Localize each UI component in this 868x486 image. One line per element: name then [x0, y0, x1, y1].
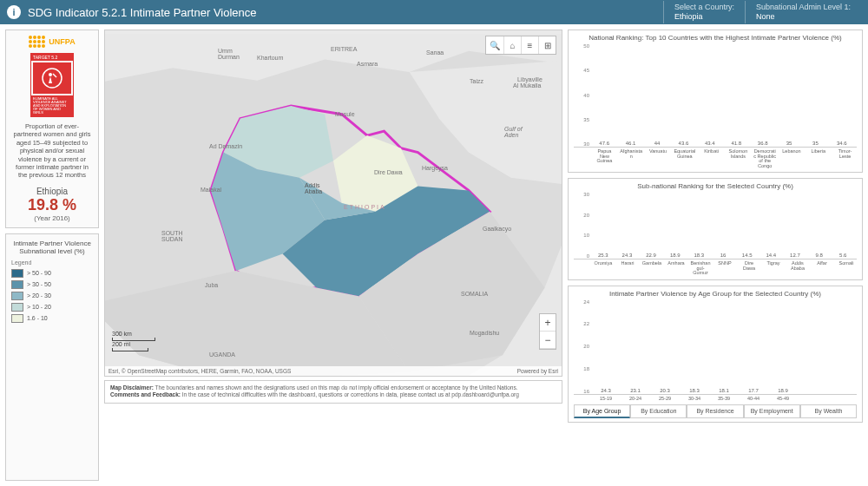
indicator-description: Proportion of ever-partnered women and g… — [11, 122, 93, 180]
scale-bar: 300 km 200 mi — [112, 331, 155, 351]
bar[interactable]: 43.4 — [699, 141, 721, 147]
map[interactable]: UmmDurman Khartoum ERITREA Asmara Sanaa … — [104, 30, 562, 377]
selected-country-name: Ethiopia — [11, 187, 93, 196]
bar[interactable]: 22.9 — [641, 253, 661, 259]
bar[interactable]: 24.3 — [593, 388, 619, 394]
info-panel: UNFPA TARGET 5.2 ELIMINATE ALL VIOLENCE … — [5, 30, 99, 228]
legend-item: > 20 - 30 — [11, 292, 93, 300]
svg-point-1 — [49, 73, 52, 76]
chart-tabs: By Age GroupBy EducationBy ResidenceBy E… — [574, 404, 857, 418]
map-canvas[interactable] — [105, 30, 562, 376]
legend-item: > 30 - 50 — [11, 280, 93, 289]
country-selector-value: Ethiopia — [674, 12, 734, 22]
admin-selector-label: Subnational Admin Level 1: — [756, 3, 851, 12]
national-ranking-chart: National Ranking: Top 10 Countries with … — [568, 30, 863, 173]
legend-icon[interactable]: ≡ — [521, 36, 538, 54]
layers-icon[interactable]: ⊞ — [538, 36, 556, 54]
tab-by-education[interactable]: By Education — [630, 405, 687, 418]
zoom-control: + − — [539, 313, 556, 350]
unfpa-logo: UNFPA — [11, 36, 93, 48]
page-title: SDG Indicator 5.2.1 Intimate Partner Vio… — [28, 6, 663, 19]
legend-panel: Intimate Partner Violence Subnational le… — [5, 233, 99, 481]
bar[interactable]: 16 — [713, 253, 733, 259]
legend-items: > 50 - 90> 30 - 50> 20 - 30> 10 - 201.6 … — [11, 269, 93, 323]
legend-item: 1.6 - 10 — [11, 314, 93, 323]
legend-item: > 50 - 90 — [11, 269, 93, 278]
bar[interactable]: 17.7 — [740, 388, 766, 394]
search-icon[interactable]: 🔍 — [486, 36, 503, 54]
country-selector[interactable]: Select a Country: Ethiopia — [663, 1, 745, 23]
bar[interactable]: 44 — [646, 141, 668, 147]
selected-country-year: (Year 2016) — [11, 214, 93, 222]
app-header: i SDG Indicator 5.2.1 Intimate Partner V… — [0, 0, 868, 24]
bar[interactable]: 18.3 — [681, 388, 707, 394]
bar[interactable]: 14.4 — [760, 253, 781, 259]
age-group-chart: Intimate Partner Violence by Age Group f… — [568, 286, 863, 424]
bar[interactable]: 18.9 — [770, 388, 796, 394]
bar[interactable]: 23.1 — [622, 388, 648, 394]
bar[interactable]: 12.7 — [785, 253, 806, 259]
disclaimer: Map Disclaimer: The boundaries and names… — [104, 380, 562, 404]
admin-selector[interactable]: Subnational Admin Level 1: None — [745, 1, 861, 23]
bar[interactable]: 35 — [778, 141, 800, 147]
bar[interactable]: 18.9 — [665, 253, 686, 259]
zoom-out-button[interactable]: − — [540, 332, 556, 349]
bar[interactable]: 20.3 — [652, 388, 678, 394]
home-icon[interactable]: ⌂ — [503, 36, 521, 54]
bar[interactable]: 18.3 — [689, 253, 710, 259]
bar[interactable]: 9.8 — [809, 253, 830, 259]
tab-by-employment[interactable]: By Employment — [744, 405, 800, 418]
tab-by-age-group[interactable]: By Age Group — [574, 405, 630, 418]
bar[interactable]: 24.3 — [617, 253, 638, 259]
bar[interactable]: 25.3 — [593, 253, 614, 259]
svg-point-0 — [43, 69, 62, 88]
legend-title: Intimate Partner Violence Subnational le… — [11, 240, 93, 256]
bar[interactable]: 41.8 — [725, 141, 747, 147]
tab-by-residence[interactable]: By Residence — [687, 405, 743, 418]
admin-selector-value: None — [756, 12, 851, 22]
legend-subtitle: Legend — [11, 259, 93, 266]
bar[interactable]: 35 — [804, 141, 826, 147]
map-attribution: Esri, © OpenStreetMap contributors, HERE… — [105, 366, 562, 376]
subnational-ranking-chart: Sub-national Ranking for the Selected Co… — [568, 178, 863, 280]
map-toolbar: 🔍 ⌂ ≡ ⊞ — [485, 36, 556, 55]
selected-country-value: 19.8 % — [11, 196, 93, 214]
zoom-in-button[interactable]: + — [540, 314, 556, 332]
bar[interactable]: 34.6 — [831, 141, 853, 147]
country-selector-label: Select a Country: — [674, 3, 734, 12]
gender-violence-icon — [33, 62, 71, 94]
bar[interactable]: 36.8 — [751, 141, 773, 147]
legend-item: > 10 - 20 — [11, 303, 93, 312]
info-icon[interactable]: i — [7, 5, 21, 19]
bar[interactable]: 14.5 — [737, 253, 758, 259]
bar[interactable]: 18.1 — [711, 388, 737, 394]
bar[interactable]: 47.6 — [593, 141, 615, 147]
bar[interactable]: 5.6 — [832, 253, 853, 259]
bar[interactable]: 43.6 — [672, 141, 694, 147]
tab-by-wealth[interactable]: By Wealth — [800, 405, 857, 418]
sdg-target-badge: TARGET 5.2 ELIMINATE ALL VIOLENCE AGAINS… — [30, 53, 74, 117]
bar[interactable]: 46.1 — [619, 141, 641, 147]
